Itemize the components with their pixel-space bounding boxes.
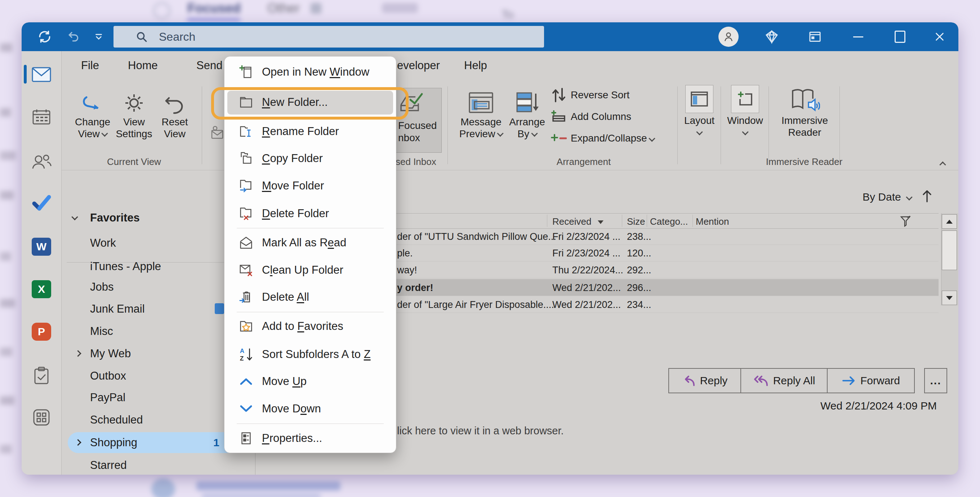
rail-item-mail[interactable] — [31, 65, 51, 85]
menu-item-clean-up-folder[interactable]: Clean Up Folder — [224, 257, 396, 283]
diamond-icon — [765, 30, 779, 44]
menu-item-properties[interactable]: Properties... — [224, 426, 396, 451]
premium-diamond-button[interactable] — [762, 27, 781, 46]
ribbon-display-options-button[interactable] — [806, 27, 824, 46]
menu-item-move-up[interactable]: Move Up — [224, 368, 396, 394]
reverse-sort-icon — [550, 87, 567, 103]
add-columns-button[interactable]: Add Columns — [550, 107, 631, 126]
people-icon — [31, 153, 51, 169]
column-header-mention[interactable]: Mention — [696, 216, 729, 227]
background-left-fragment — [0, 348, 12, 356]
rail-item-calendar[interactable] — [31, 107, 51, 127]
outlook-window: W X P File Home Send / R eveloper Help — [22, 22, 958, 475]
expand-collapse-button[interactable]: Expand/Collapse — [550, 129, 654, 148]
sidebar-item-itunes[interactable]: iTunes - Apple — [90, 258, 161, 275]
menu-item-add-to-favorites[interactable]: Add to Favorites — [224, 313, 396, 339]
scrollbar-thumb[interactable] — [942, 230, 957, 270]
rail-item-excel[interactable]: X — [31, 279, 51, 299]
my-web-expand-chevron[interactable] — [76, 351, 80, 357]
rail-item-people[interactable] — [31, 151, 51, 171]
background-focused-underline — [187, 18, 241, 22]
reply-all-button[interactable]: Reply All — [740, 368, 827, 393]
screen: Focused Other To — [0, 0, 980, 497]
sidebar-item-shopping[interactable]: Shopping — [90, 434, 137, 451]
background-left-fragment — [0, 191, 14, 200]
menu-item-move-down[interactable]: Move Down — [224, 396, 396, 422]
sidebar-item-scheduled[interactable]: Scheduled — [90, 412, 143, 428]
menu-item-delete-all[interactable]: Delete All — [224, 284, 396, 310]
rail-item-tasks[interactable] — [31, 365, 51, 386]
sidebar-item-outbox[interactable]: Outbox — [90, 368, 126, 384]
arrange-by-button[interactable]: Arrange By — [498, 87, 556, 140]
search-input[interactable] — [158, 30, 484, 44]
reset-view-button[interactable]: Reset View — [146, 87, 204, 140]
apps-grid-icon — [32, 408, 51, 426]
sort-direction-button[interactable] — [922, 189, 932, 205]
rail-item-more-apps[interactable] — [31, 407, 51, 427]
sidebar-item-misc[interactable]: Misc — [90, 323, 113, 340]
sidebar-item-paypal[interactable]: PayPal — [90, 389, 126, 406]
menu-item-new-folder[interactable]: New Folder... — [224, 89, 396, 115]
menu-item-open-in-new-window[interactable]: Open in New Window — [224, 59, 396, 85]
forward-button[interactable]: Forward — [827, 368, 915, 393]
ribbon-separator — [768, 86, 769, 164]
reverse-sort-button[interactable]: Reverse Sort — [550, 86, 630, 105]
column-header-size[interactable]: Size — [627, 216, 645, 227]
immersive-reader-button[interactable]: Immersive Reader — [773, 86, 836, 138]
customize-quick-access-button[interactable] — [89, 27, 108, 46]
forward-icon — [842, 375, 856, 386]
menu-item-rename-folder[interactable]: Rename Folder — [224, 119, 396, 144]
menu-item-move-folder[interactable]: Move Folder — [224, 173, 396, 199]
minimize-button[interactable] — [849, 27, 868, 46]
background-icon-fragment — [310, 3, 321, 14]
tab-developer[interactable]: eveloper — [397, 59, 440, 72]
more-actions-button[interactable]: ... — [924, 368, 947, 393]
column-header-received[interactable]: Received — [552, 216, 603, 227]
sidebar-item-jobs[interactable]: Jobs — [90, 279, 113, 295]
collapse-ribbon-button[interactable] — [940, 161, 945, 168]
close-button[interactable] — [930, 27, 949, 46]
undo-button[interactable] — [64, 27, 83, 46]
column-separator — [622, 214, 622, 227]
app-rail: W X P — [22, 51, 62, 475]
sidebar-item-my-web[interactable]: My Web — [90, 345, 131, 362]
rail-item-todo[interactable] — [31, 192, 51, 213]
filter-icon[interactable] — [900, 215, 911, 228]
sidebar-item-work[interactable]: Work — [90, 235, 116, 251]
search-bar[interactable] — [113, 26, 544, 48]
scrollbar-up-button[interactable] — [942, 214, 957, 229]
reply-icon — [682, 375, 696, 387]
window-button[interactable]: Window — [719, 86, 772, 138]
chevron-down-icon — [649, 135, 655, 141]
sidebar-item-junk-email[interactable]: Junk Email — [90, 301, 145, 317]
favorites-collapse-chevron[interactable] — [72, 214, 77, 222]
message-body-fragment[interactable]: lick here to view it in a web browser. — [397, 425, 564, 437]
tab-file[interactable]: File — [81, 59, 99, 72]
menu-item-copy-folder[interactable]: Copy Folder — [224, 146, 396, 171]
menu-item-sort-subfolders[interactable]: AZ Sort Subfolders A to Z — [224, 341, 396, 367]
sort-by-dropdown[interactable]: By Date — [862, 191, 912, 203]
todo-check-icon — [32, 194, 51, 211]
account-avatar[interactable] — [718, 26, 739, 48]
rail-item-powerpoint[interactable]: P — [31, 322, 51, 342]
scrollbar-down-button[interactable] — [942, 291, 957, 305]
column-separator — [692, 214, 693, 227]
rail-item-word[interactable]: W — [31, 237, 51, 257]
menu-item-mark-all-as-read[interactable]: Mark All as Read — [224, 230, 396, 256]
sidebar-item-starred[interactable]: Starred — [90, 457, 127, 473]
sidebar-favorites-header[interactable]: Favorites — [90, 210, 140, 226]
column-header-categories[interactable]: Catego... — [650, 216, 688, 227]
tab-home[interactable]: Home — [128, 59, 158, 72]
junk-email-badge-fragment — [215, 303, 224, 314]
tab-help[interactable]: Help — [464, 59, 487, 72]
maximize-button[interactable] — [891, 27, 909, 46]
shopping-expand-chevron[interactable] — [76, 440, 80, 446]
chevron-right-icon — [75, 350, 81, 357]
reply-button[interactable]: Reply — [668, 368, 741, 393]
rename-folder-icon — [238, 124, 254, 139]
send-receive-sync-button[interactable] — [35, 27, 54, 46]
show-focused-inbox-button[interactable]: Focused nbox — [396, 88, 442, 153]
triangle-down-icon — [946, 296, 953, 300]
layout-button[interactable]: Layout — [673, 86, 725, 138]
menu-item-delete-folder[interactable]: Delete Folder — [224, 201, 396, 227]
